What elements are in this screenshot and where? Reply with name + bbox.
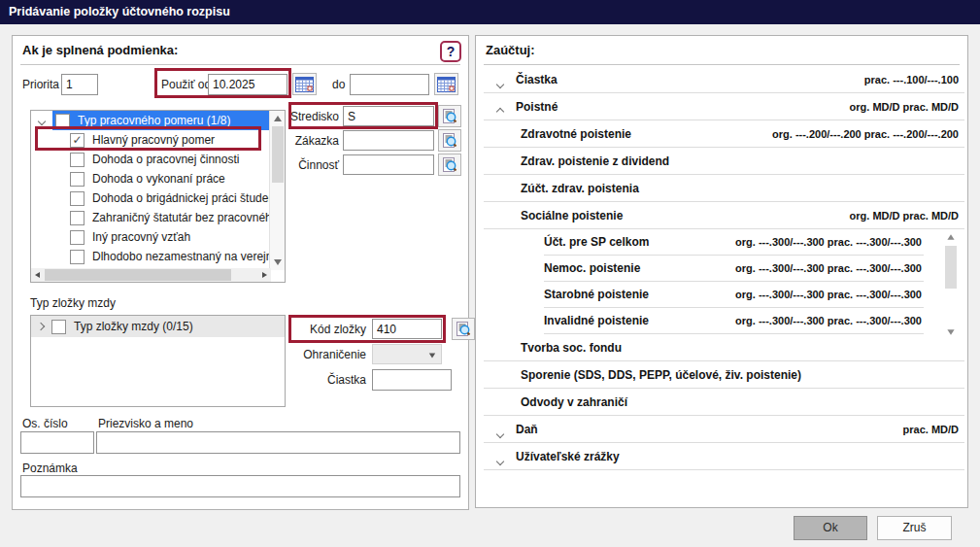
poznamka-input[interactable] [20,475,460,497]
calendar-button-from[interactable] [292,73,317,95]
tree-item[interactable]: Dohoda o vykonaní práce [31,169,271,188]
zauctuj-row[interactable]: Sociálne poistenie org. MD/D prac. MD/D [484,202,964,229]
chevron-icon[interactable] [497,104,503,118]
zauctuj-row-accounts: prac. MD/D [903,424,964,435]
stredisko-lookup-button[interactable] [438,105,461,127]
calendar-icon [295,76,314,92]
zauctuj-row-label: Odvody v zahraničí [521,395,627,409]
checkbox[interactable] [70,230,84,245]
chevron-icon[interactable] [497,427,503,440]
zauctuj-row-label: Zdrav. poistenie z dividend [521,154,669,168]
tree-root-employment-type[interactable]: Typ pracovného pomeru (1/8) [31,111,271,130]
zauctuj-row[interactable]: Nemoc. poistenie org. ---.300/---.300 pr… [544,256,924,282]
zauctuj-row[interactable]: Tvorba soc. fondu [484,334,964,361]
priezvisko-input[interactable] [96,431,460,454]
stredisko-input[interactable] [343,106,434,126]
zauctuj-row[interactable]: Poistné org. MD/D prac. MD/D [484,93,964,120]
chevron-icon[interactable] [497,454,503,467]
zauctuj-panel: Zaúčtuj: Čiastka prac. ---.100/---.100 P… [475,35,968,508]
zauctuj-row[interactable]: Odvody v zahraničí [484,389,964,416]
zakazka-lookup-button[interactable] [438,129,461,152]
zauctuj-row[interactable]: Sporenie (SDS, DDS, PEPP, účelové, živ. … [484,361,964,389]
zauctuj-panel-title: Zaúčtuj: [486,43,535,57]
kod-zlozky-input[interactable] [372,319,442,339]
ohranicenie-select[interactable] [372,344,442,364]
zakazka-label: Zákazka [246,134,339,148]
chevron-right-icon[interactable] [37,323,45,330]
ciastka-input[interactable] [372,369,452,391]
tree-root-wage-component[interactable]: Typ zložky mzdy (0/15) [31,316,285,337]
checkbox[interactable] [70,250,84,264]
tree-horizontal-scrollbar[interactable] [31,268,271,282]
zauctuj-row-label: Zdravotné poistenie [521,127,631,141]
cinnost-lookup-button[interactable] [438,154,461,176]
cinnost-label: Činnosť [246,158,339,172]
priorita-label: Priorita [22,78,59,91]
checkbox[interactable] [70,172,84,187]
lookup-icon [442,133,457,149]
tree-root-label: Typ zložky mzdy (0/15) [74,320,193,333]
tree-item-label: Dohoda o brigádnickej práci študentov [84,191,271,205]
scroll-left-icon[interactable] [35,272,40,278]
os-cislo-input[interactable] [20,431,94,454]
do-label: do [332,78,345,91]
header-divider [20,64,460,65]
scroll-up-icon[interactable] [947,234,954,239]
wage-component-tree: Typ zložky mzdy (0/15) [30,315,286,407]
zauctuj-row[interactable]: Zdrav. poistenie z dividend [484,148,964,175]
do-input[interactable] [350,74,429,95]
scrollbar-thumb[interactable] [945,246,957,289]
tree-item[interactable]: Zahraničný štatutár bez pracovného pom [31,208,271,227]
tree-item[interactable]: Dohoda o pracovnej činnosti [31,150,271,169]
condition-panel: Ak je splnená podmienka: ? Priorita Použ… [12,35,469,510]
tree-item-label: Zahraničný štatutár bez pracovného pom [84,211,271,224]
condition-panel-title: Ak je splnená podmienka: [22,43,178,57]
zauctuj-row[interactable]: Starobné poistenie org. ---.300/---.300 … [544,282,924,308]
priorita-input[interactable] [61,74,98,95]
tree-item[interactable]: Iný pracovný vzťah [31,227,271,247]
zakazka-input[interactable] [343,130,434,151]
zauctuj-row-label: Sociálne poistenie [521,209,623,222]
ohranicenie-label: Ohraničenie [255,348,366,361]
help-icon[interactable]: ? [440,41,461,62]
tree-item[interactable]: Hlavný pracovný pomer [31,130,271,150]
checkbox[interactable] [70,191,84,206]
zauctuj-row[interactable]: Invalidné poistenie org. ---.300/---.300… [544,308,924,334]
cancel-button[interactable]: Zruš [877,516,952,540]
calendar-button-to[interactable] [434,73,458,95]
ok-button[interactable]: Ok [794,516,867,540]
zauctuj-row[interactable]: Užívateľské zrážky [484,443,964,470]
scrollbar-thumb[interactable] [45,269,231,281]
lookup-icon [442,109,457,124]
sub-list-scrollbar[interactable] [944,232,958,337]
checkbox[interactable] [70,211,84,225]
tree-item[interactable]: Dlhodobo nezamestnaný na verejno-pros [31,247,271,266]
pouzit-od-input[interactable] [208,74,287,95]
zauctuj-row[interactable]: Daň prac. MD/D [484,416,964,443]
chevron-down-icon[interactable] [38,118,46,125]
scroll-down-icon[interactable] [947,329,954,334]
zauctuj-row-label: Sporenie (SDS, DDS, PEPP, účelové, živ. … [521,368,801,382]
checkbox[interactable] [51,320,66,334]
checkbox[interactable] [55,114,70,128]
zauctuj-row[interactable]: Čiastka prac. ---.100/---.100 [484,66,964,93]
zauctuj-sub-list: Účt. pre SP celkom org. ---.300/---.300 … [484,229,964,334]
zauctuj-row-label: Účt. pre SP celkom [544,235,650,249]
tree-item[interactable]: Dohoda o brigádnickej práci študentov [31,188,271,208]
scroll-right-icon[interactable] [262,272,267,278]
chevron-icon[interactable] [497,77,503,90]
scroll-down-icon[interactable] [274,259,282,265]
cinnost-input[interactable] [343,154,434,175]
checkbox[interactable] [70,153,84,167]
zauctuj-row-label: Zúčt. zdrav. poistenia [521,182,639,195]
ciastka-label: Čiastka [255,373,366,387]
kod-zlozky-lookup-button[interactable] [452,318,475,340]
chevron-down-icon [429,354,435,359]
zauctuj-row[interactable]: Účt. pre SP celkom org. ---.300/---.300 … [544,229,924,256]
zauctuj-row[interactable]: Zdravotné poistenie org. ---.200/---.200… [484,120,964,148]
checkbox[interactable] [70,133,84,148]
kod-zlozky-label: Kód zložky [255,323,366,336]
typ-zlozky-section-label: Typ zložky mzdy [30,296,116,310]
zauctuj-row[interactable]: Zúčt. zdrav. poistenia [484,175,964,202]
tree-item-label: Hlavný pracovný pomer [84,133,215,147]
